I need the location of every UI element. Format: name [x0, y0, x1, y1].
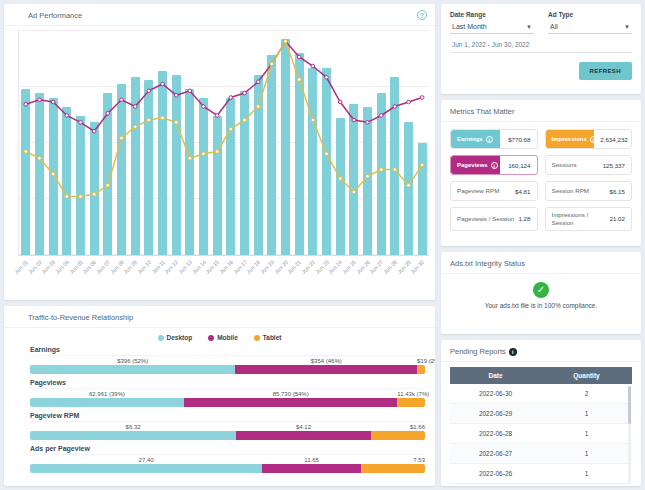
- pending-reports-title: Pending Reportsi: [441, 340, 641, 362]
- chart-point: [147, 89, 151, 93]
- metric-label: Earnings: [457, 136, 483, 142]
- segment-value-mobile: $354 (46%): [235, 358, 417, 364]
- table-cell: 2022-06-26: [450, 464, 541, 483]
- chart-point: [133, 105, 137, 109]
- metric-card-sessions: Sessions125,337: [545, 155, 633, 175]
- date-span-field[interactable]: Jun 1, 2022 - Jun 30, 2022: [450, 34, 632, 53]
- scrollbar-thumb[interactable]: [628, 386, 631, 424]
- table-scrollbar[interactable]: [628, 386, 631, 484]
- filter-columns: Date Range Last Month ▼ Ad Type All ▼: [450, 11, 632, 34]
- table-cell: 1: [541, 424, 632, 443]
- table-cell: [450, 484, 541, 486]
- chart-point: [420, 96, 424, 100]
- segment-value-desktop: $396 (52%): [30, 358, 235, 364]
- traffic-row-pageviews: Pageviews62,961 (39%)85,730 (54%)11.43k …: [30, 379, 425, 407]
- table-body: 2022-06-3022022-06-2912022-06-2812022-06…: [450, 384, 632, 486]
- pending-reports-table: DateQuantity 2022-06-3022022-06-2912022-…: [450, 367, 632, 486]
- ad-type-value: All: [550, 23, 558, 30]
- info-icon[interactable]: i: [491, 162, 498, 169]
- bar-segment-mobile: [184, 398, 397, 407]
- chart-point: [284, 40, 288, 44]
- chart-point: [379, 114, 383, 118]
- legend-dot-icon: [208, 335, 214, 341]
- chart-lines: [19, 30, 429, 255]
- chart-point: [202, 152, 206, 156]
- segment-value-tablet: 11.43k (7%): [397, 391, 425, 397]
- metric-card-impressions[interactable]: Impressionsi2,634,232: [545, 129, 633, 149]
- metric-label: Impressions: [552, 136, 587, 142]
- chart-point: [24, 103, 28, 107]
- chart-point: [92, 193, 96, 197]
- legend-item-mobile[interactable]: Mobile: [208, 334, 238, 341]
- chart-point: [120, 136, 124, 140]
- traffic-legend: DesktopMobileTablet: [4, 334, 435, 341]
- chart-line-gold: [26, 41, 422, 196]
- chevron-down-icon: ▼: [526, 24, 532, 30]
- refresh-row: REFRESH: [450, 62, 632, 80]
- info-icon[interactable]: i: [509, 348, 517, 356]
- chart-point: [256, 80, 260, 84]
- date-range-label: Date Range: [450, 11, 534, 18]
- legend-dot-icon: [158, 335, 164, 341]
- metrics-grid: Earningsi$770.68Impressionsi2,634,232Pag…: [441, 122, 641, 238]
- metric-card-impressions-session: Impressions / Session21.02: [545, 207, 633, 231]
- legend-item-desktop[interactable]: Desktop: [158, 334, 193, 341]
- traffic-row-label: Earnings: [30, 346, 425, 356]
- metric-value: 2,634,232: [594, 133, 632, 146]
- adstxt-panel: Ads.txt Integrity Status ✓ Your ads.txt …: [441, 252, 641, 334]
- legend-item-tablet[interactable]: Tablet: [254, 334, 282, 341]
- metric-value: $6.15: [606, 188, 625, 195]
- chart-point: [215, 150, 219, 154]
- metric-value: $770.68: [500, 133, 537, 146]
- chart-point: [79, 121, 83, 125]
- traffic-row-label: Pageviews: [30, 379, 425, 389]
- chart-point: [51, 100, 55, 104]
- chart-point: [79, 195, 83, 199]
- info-icon[interactable]: i: [486, 136, 493, 143]
- segment-value-tablet: 7.53: [361, 457, 425, 463]
- chart-point: [393, 105, 397, 109]
- metric-value: 160,124: [500, 159, 537, 172]
- traffic-row-label: Pageview RPM: [30, 412, 425, 422]
- metric-chip-impressions[interactable]: Impressionsi: [546, 130, 595, 148]
- help-circle-icon[interactable]: ?: [417, 10, 427, 20]
- chart-point: [256, 105, 260, 109]
- traffic-row-pageview-rpm: Pageview RPM$6.32$4.12$1.66: [30, 412, 425, 440]
- chart-point: [325, 76, 329, 80]
- chart-point: [106, 112, 110, 116]
- metric-card-earnings[interactable]: Earningsi$770.68: [450, 129, 538, 149]
- legend-label: Desktop: [167, 334, 193, 341]
- check-circle-icon: ✓: [533, 282, 549, 298]
- chart-point: [420, 163, 424, 167]
- metric-card-session-rpm: Session RPM$6.15: [545, 181, 633, 201]
- ad-type-select[interactable]: All ▼: [548, 18, 632, 34]
- chart-point: [366, 175, 370, 179]
- metrics-title: Metrics That Matter: [441, 100, 641, 122]
- chart-line-magenta: [26, 41, 422, 131]
- bar-segment-mobile: [262, 464, 361, 473]
- date-range-group: Date Range Last Month ▼: [450, 11, 534, 34]
- left-column: Ad Performance ? Jun 01Jun 02Jun 03Jun 0…: [4, 4, 435, 486]
- chart-point: [338, 177, 342, 181]
- table-row: 2022-06-302: [450, 384, 632, 404]
- segment-value-tablet: $1.66: [371, 424, 425, 430]
- chart-point: [147, 118, 151, 122]
- date-range-select[interactable]: Last Month ▼: [450, 18, 534, 34]
- traffic-rows: Earnings$396 (52%)$354 (46%)$19 (2%)Page…: [4, 346, 435, 473]
- table-cell: [541, 484, 632, 486]
- ad-performance-panel: Ad Performance ? Jun 01Jun 02Jun 03Jun 0…: [4, 4, 435, 300]
- segment-value-mobile: 85,730 (54%): [184, 391, 397, 397]
- chart-point: [174, 94, 178, 98]
- chart-point: [215, 114, 219, 118]
- metric-card-pageviews[interactable]: Pageviewsi160,124: [450, 155, 538, 175]
- metric-chip-earnings[interactable]: Earningsi: [451, 130, 500, 148]
- chart-point: [161, 116, 165, 120]
- segment-value-desktop: 27.40: [30, 457, 262, 463]
- chart-point: [51, 172, 55, 176]
- metric-label: Pageview RPM: [457, 187, 499, 195]
- column-header-quantity: Quantity: [541, 367, 632, 384]
- table-cell: 1: [541, 444, 632, 463]
- metric-chip-pageviews[interactable]: Pageviewsi: [451, 156, 500, 174]
- traffic-row-earnings: Earnings$396 (52%)$354 (46%)$19 (2%): [30, 346, 425, 374]
- refresh-button[interactable]: REFRESH: [579, 62, 632, 80]
